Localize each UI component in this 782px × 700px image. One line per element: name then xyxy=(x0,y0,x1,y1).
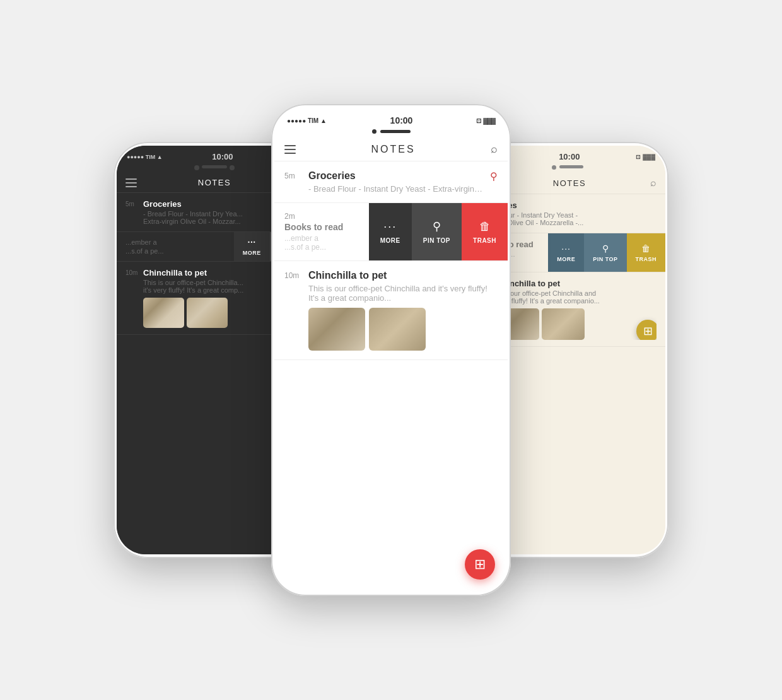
center-time: 10:00 xyxy=(390,115,413,125)
left-action-more[interactable]: ··· MORE xyxy=(234,232,270,261)
center-note-title-3: Chinchilla to pet xyxy=(308,270,498,281)
right-action-pin[interactable]: ⚲ PIN TOP xyxy=(584,233,626,272)
center-search-icon[interactable]: ⌕ xyxy=(491,143,498,156)
center-note-time-3: 10m xyxy=(284,270,302,351)
center-note-title-1: Groceries xyxy=(308,170,484,182)
center-note-preview-3: This is our office-pet Chinchilla and it… xyxy=(308,284,498,303)
right-note-preview-3: is is our office-pet Chinchilla and xyxy=(496,289,657,297)
center-menu-icon[interactable] xyxy=(284,145,296,154)
center-camera xyxy=(372,129,376,134)
right-action-more[interactable]: ··· MORE xyxy=(548,233,584,272)
right-note-preview-3b: very fluffy! It's a great companio... xyxy=(496,297,657,305)
center-action-pin[interactable]: ⚲ PIN TOP xyxy=(412,203,462,260)
center-note-groceries[interactable]: 5m Groceries - Bread Flour - Instant Dry… xyxy=(274,161,508,203)
center-signal: ●●●●● TIM ▲ xyxy=(287,117,327,124)
left-chinchilla-img-2 xyxy=(187,298,228,328)
center-action-trash[interactable]: 🗑 TRASH xyxy=(462,203,508,260)
center-chinchilla-img-2 xyxy=(369,308,426,351)
right-time: 10:00 xyxy=(559,152,580,161)
left-note-time-3: 10m xyxy=(125,268,138,328)
left-note-time-1: 5m xyxy=(125,199,138,225)
fab-icon: ⊞ xyxy=(474,556,486,573)
right-speaker xyxy=(559,165,583,168)
center-chinchilla-img-1 xyxy=(308,308,365,351)
left-nav-title: NOTES xyxy=(137,178,292,187)
left-menu-icon[interactable] xyxy=(125,178,137,187)
left-time: 10:00 xyxy=(212,152,233,161)
right-nav-title: NOTES xyxy=(489,178,650,188)
center-note-chinchilla[interactable]: 10m Chinchilla to pet This is our office… xyxy=(274,261,508,360)
right-note-title-3: Chinchilla to pet xyxy=(496,279,657,288)
right-chinchilla-img-2 xyxy=(542,308,585,340)
left-note-preview-1: - Bread Flour - Instant Dry Yea... xyxy=(143,210,292,218)
center-fab[interactable]: ⊞ xyxy=(465,549,495,580)
right-camera xyxy=(552,165,556,170)
center-nav-title: NOTES xyxy=(296,144,491,155)
center-note-books-swiped[interactable]: 2m Books to read ...ember a ...s.of a pe… xyxy=(274,203,508,261)
right-fab-icon: ⊞ xyxy=(643,324,653,338)
center-phone: ●●●●● TIM ▲ 10:00 ⊡▓▓▓ NOTES ⌕ xyxy=(271,104,511,596)
left-signal: ●●●●● TIM ▲ xyxy=(127,154,163,160)
center-pin-icon: ⚲ xyxy=(490,170,498,194)
center-action-more[interactable]: ··· MORE xyxy=(369,203,412,260)
right-action-trash[interactable]: 🗑 TRASH xyxy=(627,233,666,272)
center-speaker xyxy=(380,130,411,133)
center-battery: ⊡▓▓▓ xyxy=(476,117,495,124)
left-note-title-1: Groceries xyxy=(143,199,292,209)
right-search-icon[interactable]: ⌕ xyxy=(650,177,657,189)
right-battery: ⊡▓▓▓ xyxy=(636,154,655,160)
center-note-time-1: 5m xyxy=(284,170,302,194)
right-fab[interactable]: ⊞ xyxy=(636,320,657,340)
left-chinchilla-img-1 xyxy=(143,298,184,328)
left-note-preview-1b: Extra-virgin Olive Oil - Mozzar... xyxy=(143,218,292,225)
center-note-preview-1: - Bread Flour - Instant Dry Yeast - Extr… xyxy=(308,184,484,194)
